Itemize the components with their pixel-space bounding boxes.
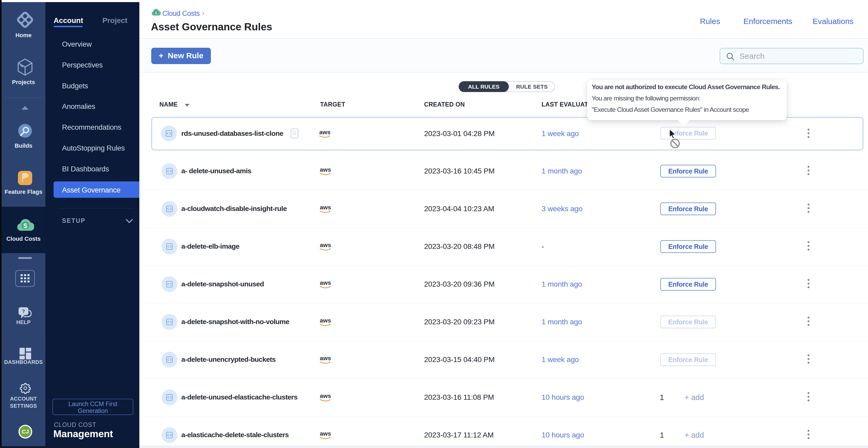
- svg-text:aws: aws: [320, 431, 331, 437]
- svg-text:aws: aws: [320, 393, 331, 399]
- svg-text:aws: aws: [320, 356, 331, 361]
- svg-text:aws: aws: [319, 130, 331, 136]
- svg-text:aws: aws: [320, 167, 331, 173]
- svg-text:$: $: [88, 310, 117, 369]
- svg-text:aws: aws: [320, 243, 331, 248]
- svg-text:?: ?: [22, 309, 25, 314]
- svg-text:$: $: [24, 222, 27, 230]
- svg-text:aws: aws: [320, 205, 331, 211]
- svg-text:aws: aws: [320, 280, 331, 286]
- svg-text:aws: aws: [320, 318, 331, 324]
- svg-text:$: $: [155, 10, 157, 15]
